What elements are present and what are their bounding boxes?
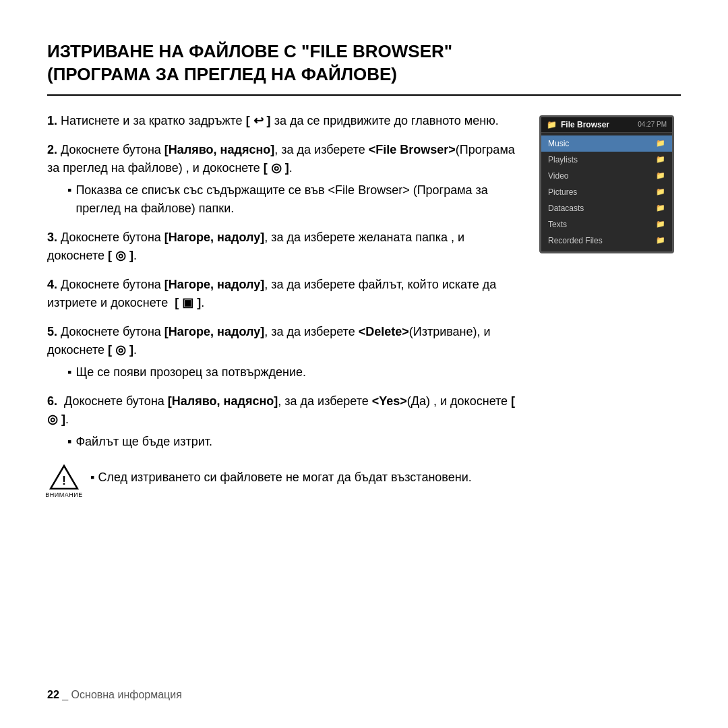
svg-text:!: ! [62, 474, 66, 487]
folder-icon: 📁 [547, 120, 557, 129]
step-5-bullet: ▪ Ще се появи прозорец за потвърждение. [67, 363, 519, 382]
step-4: 4. Докоснете бутона [Нагоре, надолу], за… [47, 276, 519, 312]
step-1: 1. Натиснете и за кратко задръжте [ ↩ ] … [47, 112, 519, 130]
step-6-bullet: ▪ Файлът ще бъде изтрит. [67, 433, 519, 451]
folder-icon-texts: 📁 [656, 220, 665, 229]
folder-icon-video: 📁 [656, 171, 665, 180]
menu-item-music: Music 📁 [541, 135, 672, 152]
step-2-bullet: ▪ Показва се списък със съдържащите се в… [67, 181, 519, 218]
warning-label: ВНИМАНИЕ [45, 491, 82, 498]
step-6: 6. Докоснете бутона [Наляво, надясно], з… [47, 392, 519, 451]
folder-icon-music: 📁 [656, 139, 665, 148]
step-3: 3. Докоснете бутона [Нагоре, надолу], за… [47, 229, 519, 265]
menu-item-datacasts: Datacasts 📁 [541, 200, 672, 216]
page-number: 22 [47, 689, 59, 700]
folder-icon-playlists: 📁 [656, 155, 665, 164]
device-screen: 📁 File Browser 04:27 PM Music 📁 Playlist… [539, 115, 674, 253]
page-title: ИЗТРИВАНЕ НА ФАЙЛОВЕ С "FILE BROWSER" (П… [47, 40, 681, 96]
screen-menu: Music 📁 Playlists 📁 Video 📁 Pictures 📁 D… [541, 133, 672, 251]
menu-item-recorded: Recorded Files 📁 [541, 233, 672, 249]
warning-section: ! ВНИМАНИЕ ▪ След изтриването си файлове… [47, 464, 519, 498]
warning-icon: ! ВНИМАНИЕ [47, 464, 81, 498]
menu-item-texts: Texts 📁 [541, 216, 672, 233]
footer: 22 _ Основна информация [47, 689, 182, 701]
step-2: 2. Докоснете бутона [Наляво, надясно], з… [47, 141, 519, 218]
menu-item-video: Video 📁 [541, 168, 672, 184]
menu-item-pictures: Pictures 📁 [541, 184, 672, 200]
step-5: 5. Докоснете бутона [Нагоре, надолу], за… [47, 323, 519, 382]
warning-text: ▪ След изтриването си файловете не могат… [90, 464, 472, 487]
footer-text: _ Основна информация [62, 689, 182, 700]
folder-icon-datacasts: 📁 [656, 204, 665, 212]
screen-header: 📁 File Browser 04:27 PM [541, 117, 672, 133]
folder-icon-pictures: 📁 [656, 187, 665, 196]
folder-icon-recorded: 📁 [656, 236, 665, 245]
menu-item-playlists: Playlists 📁 [541, 152, 672, 168]
warning-triangle-svg: ! [49, 464, 79, 490]
screen-title: File Browser [561, 120, 609, 129]
screen-time: 04:27 PM [638, 121, 667, 128]
screenshot-panel: 📁 File Browser 04:27 PM Music 📁 Playlist… [539, 115, 681, 512]
main-content: 1. Натиснете и за кратко задръжте [ ↩ ] … [47, 112, 519, 512]
